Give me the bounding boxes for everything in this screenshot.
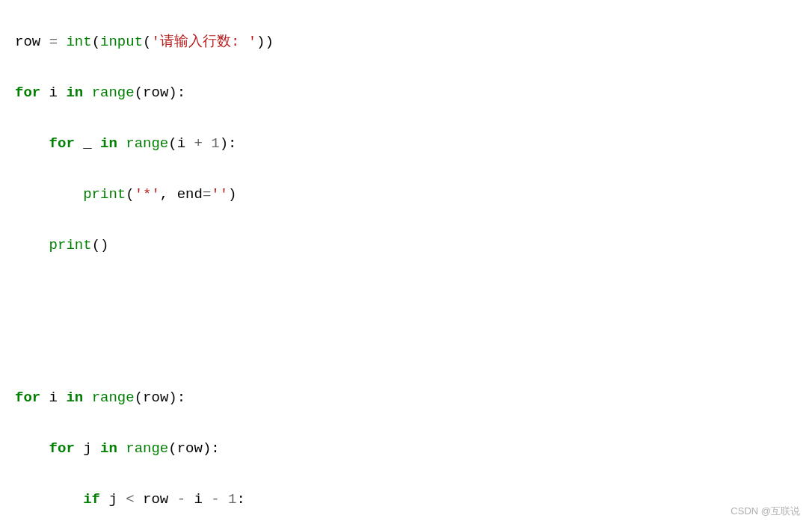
code-line-6: for i in range(row): <box>15 385 797 410</box>
code-line-1: row = int(input('请输入行数: ')) <box>15 29 797 55</box>
code-line-7: for j in range(row): <box>15 436 797 461</box>
code-line-2: for i in range(row): <box>15 80 797 105</box>
code-blank-line <box>15 283 797 309</box>
code-line-4: print('*', end='') <box>15 182 797 207</box>
code-line-5: print() <box>15 232 797 258</box>
code-line-8: if j < row - i - 1: <box>15 487 797 512</box>
code-line-3: for _ in range(i + 1): <box>15 131 797 156</box>
watermark-text: CSDN @互联说 <box>731 499 800 524</box>
code-block: row = int(input('请输入行数: ')) for i in ran… <box>15 4 797 530</box>
code-blank-line <box>15 334 797 360</box>
